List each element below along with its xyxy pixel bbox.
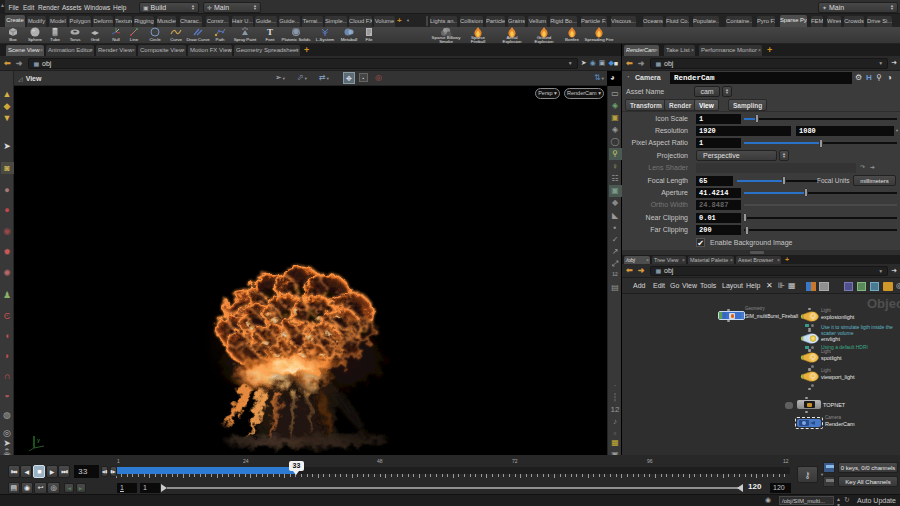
svg-text:y: y bbox=[37, 437, 40, 443]
